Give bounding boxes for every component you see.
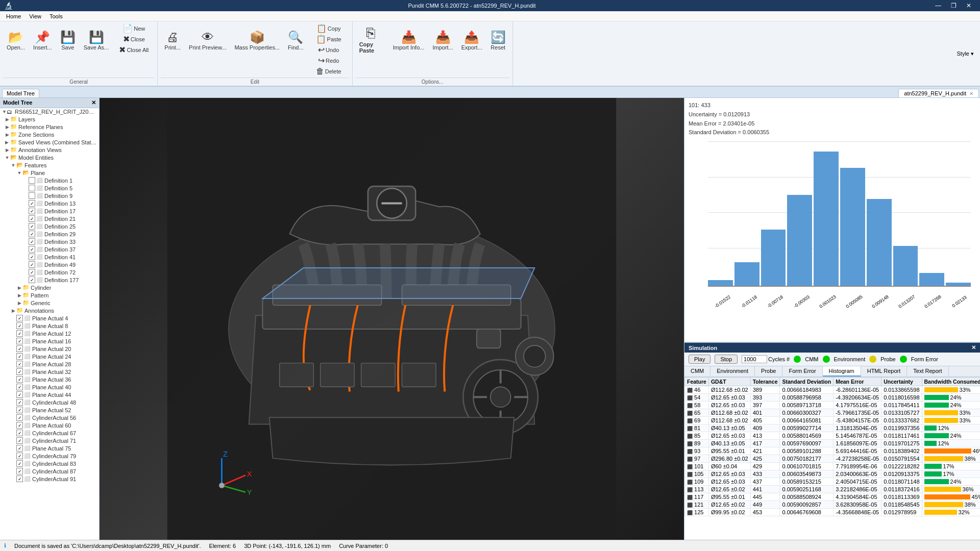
tree-checkbox[interactable]: ✓ [16, 384, 23, 390]
table-row[interactable]: ⬛ 105 Ø12.65 ±0.03 433 0.00603549873 2.0… [685, 470, 981, 478]
tree-root[interactable]: ▼ 🗂 RS66512_REV_H_CRIT_J201MK2175_C... [0, 108, 99, 115]
tree-item[interactable]: ✓⬜Definition 17 [0, 207, 99, 215]
table-row[interactable]: ⬛ 93 Ø95.55 ±0.01 421 0.00589101288 5.69… [685, 447, 981, 455]
print-preview-button[interactable]: 👁 Print Preview... [185, 23, 230, 58]
table-row[interactable]: ⬛ 125 Ø99.95 ±0.02 453 0.00646769608 -4.… [685, 509, 981, 516]
mass-properties-button[interactable]: 📦 Mass Properties... [231, 23, 283, 58]
tree-item[interactable]: ✓⬜Plane Actual 40 [0, 383, 99, 391]
tree-item[interactable]: ✓⬜Definition 72 [0, 268, 99, 276]
tree-item[interactable]: ✓⬜Definition 13 [0, 199, 99, 207]
tree-checkbox[interactable]: ✓ [29, 231, 35, 237]
tree-item[interactable]: ✓⬜Plane Actual 28 [0, 360, 99, 368]
tree-checkbox[interactable]: ✓ [16, 407, 23, 413]
tree-item[interactable]: ✓⬜Definition 33 [0, 238, 99, 245]
tree-checkbox[interactable] [29, 185, 35, 191]
tree-item[interactable]: ✓⬜Plane Actual 44 [0, 391, 99, 398]
tree-checkbox[interactable]: ✓ [16, 315, 23, 321]
export-button[interactable]: 📤 Export... [458, 23, 486, 58]
import-info-button[interactable]: 📥 Import Info... [389, 23, 428, 58]
tree-checkbox[interactable]: ✓ [16, 368, 23, 375]
tree-checkbox[interactable]: ✓ [29, 200, 35, 207]
print-button[interactable]: 🖨 Print... [161, 23, 184, 58]
tree-checkbox[interactable]: ✓ [16, 414, 23, 421]
menu-home[interactable]: Home [2, 12, 25, 20]
tab-form-error[interactable]: Form Error [782, 366, 822, 377]
tree-item[interactable]: ▶📁Cylinder [0, 284, 99, 291]
table-row[interactable]: ⬛ 46 Ø112.68 ±0.02 389 0.00666184983 -6.… [685, 386, 981, 394]
close-all-button[interactable]: ✖ Close All [113, 45, 154, 55]
table-row[interactable]: ⬛ 117 Ø95.55 ±0.01 445 0.00588508924 4.3… [685, 493, 981, 501]
tree-item[interactable]: ✓⬜Definition 21 [0, 215, 99, 222]
tree-checkbox[interactable]: ✓ [16, 391, 23, 398]
tree-checkbox[interactable]: ✓ [29, 277, 35, 283]
close-button-ribbon[interactable]: ✖ Close [113, 34, 154, 44]
table-row[interactable]: ⬛ 85 Ø12.65 ±0.03 413 0.00588014569 5.14… [685, 432, 981, 440]
tree-checkbox[interactable]: ✓ [16, 361, 23, 367]
tree-checkbox[interactable]: ✓ [16, 322, 23, 329]
tree-item[interactable]: ✓⬜Definition 49 [0, 261, 99, 268]
tree-item[interactable]: ✓⬜Plane Actual 60 [0, 421, 99, 429]
close-button[interactable]: ✕ [962, 1, 976, 10]
model-tree-scroll[interactable]: ▼ 🗂 RS66512_REV_H_CRIT_J201MK2175_C... ▶… [0, 108, 99, 540]
model-tree-close-icon[interactable]: ✕ [91, 99, 96, 106]
tree-checkbox[interactable]: ✓ [16, 437, 23, 444]
reset-button[interactable]: 🔄 Reset [487, 23, 509, 58]
tree-checkbox[interactable]: ✓ [16, 460, 23, 467]
play-button[interactable]: Play [689, 355, 710, 364]
tree-item[interactable]: ✓⬜Definition 37 [0, 245, 99, 253]
tree-item[interactable]: ▼📂Model Entities [0, 154, 99, 161]
tree-item[interactable]: ✓⬜Plane Actual 36 [0, 375, 99, 383]
tree-item[interactable]: ▶📁Annotation Views [0, 146, 99, 154]
tree-checkbox[interactable]: ✓ [29, 269, 35, 276]
viewport[interactable]: 101: 433 [100, 98, 684, 540]
find-button[interactable]: 🔍 Find... [284, 23, 307, 58]
tree-item[interactable]: ✓⬜CylinderActual 83 [0, 460, 99, 467]
table-row[interactable]: ⬛ 69 Ø112.68 ±0.02 405 0.00664165081 -5.… [685, 417, 981, 424]
tree-item[interactable]: ✓⬜Plane Actual 24 [0, 353, 99, 360]
tree-checkbox[interactable]: ✓ [16, 475, 23, 482]
tree-item[interactable]: ▶📁Generic [0, 299, 99, 307]
tree-item[interactable]: ▶📁Layers [0, 115, 99, 123]
tree-item[interactable]: ▶📁Pattern [0, 291, 99, 299]
tree-checkbox[interactable] [29, 192, 35, 199]
document-tab-close[interactable]: ✕ [969, 91, 973, 96]
tree-item[interactable]: ✓⬜Plane Actual 16 [0, 337, 99, 345]
import-button[interactable]: 📥 Import... [429, 23, 456, 58]
tree-item[interactable]: ✓⬜Plane Actual 75 [0, 444, 99, 452]
tree-checkbox[interactable]: ✓ [29, 238, 35, 245]
tree-item[interactable]: ✓⬜CylinderActual 87 [0, 467, 99, 475]
tree-checkbox[interactable]: ✓ [16, 330, 23, 337]
tree-item[interactable]: ✓⬜CylinderActual 67 [0, 429, 99, 437]
tree-checkbox[interactable]: ✓ [16, 376, 23, 383]
table-row[interactable]: ⬛ 113 Ø12.65 ±0.02 441 0.00590251168 3.2… [685, 486, 981, 493]
document-tab-active[interactable]: atn52299_REV_H.pundit ✕ [898, 89, 979, 97]
delete-button[interactable]: 🗑 Delete [308, 66, 349, 77]
tab-html-report[interactable]: HTML Report [861, 366, 908, 377]
tree-item[interactable]: ▼📂Plane [0, 169, 99, 177]
table-row[interactable]: ⬛ 89 Ø40.13 ±0.05 417 0.00597690097 1.61… [685, 440, 981, 447]
tree-item[interactable]: ✓⬜Definition 41 [0, 253, 99, 261]
table-row[interactable]: ⬛ 65 Ø112.68 ±0.02 401 0.00660300327 -5.… [685, 409, 981, 417]
tree-checkbox[interactable]: ✓ [16, 468, 23, 474]
tree-item[interactable]: ▶📁Saved Views (Combined States) [0, 138, 99, 146]
table-row[interactable]: ⬛ 101 Ø60 ±0.04 429 0.00610701815 7.7918… [685, 463, 981, 470]
copy-button[interactable]: 📋 Copy [308, 23, 349, 34]
tree-item[interactable]: ✓⬜Plane Actual 52 [0, 406, 99, 414]
table-row[interactable]: ⬛ 97 Ø296.80 ±0.02 425 0.00750182177 -4.… [685, 455, 981, 463]
tree-item[interactable]: ✓⬜CylinderActual 71 [0, 437, 99, 444]
tree-checkbox[interactable]: ✓ [16, 430, 23, 436]
tree-item[interactable]: ▶📁Annotations [0, 307, 99, 314]
tree-checkbox[interactable]: ✓ [16, 345, 23, 352]
model-tree-panel-label[interactable]: Model Tree [2, 89, 39, 97]
tree-checkbox[interactable]: ✓ [16, 399, 23, 406]
data-table-wrap[interactable]: Feature GD&T Tolerance Standard Deviatio… [684, 377, 980, 540]
tree-checkbox[interactable]: ✓ [16, 422, 23, 429]
new-button[interactable]: 📄 New [113, 23, 154, 34]
tree-checkbox[interactable]: ✓ [29, 246, 35, 253]
tree-item[interactable]: ✓⬜Plane Actual 4 [0, 314, 99, 322]
tree-item[interactable]: ▶📁Zone Sections [0, 131, 99, 138]
table-row[interactable]: ⬛ 109 Ø12.65 ±0.03 437 0.00589153215 2.4… [685, 478, 981, 486]
restore-button[interactable]: ❒ [946, 1, 961, 10]
tree-checkbox[interactable]: ✓ [16, 353, 23, 360]
style-dropdown[interactable]: Style ▾ [950, 21, 980, 86]
